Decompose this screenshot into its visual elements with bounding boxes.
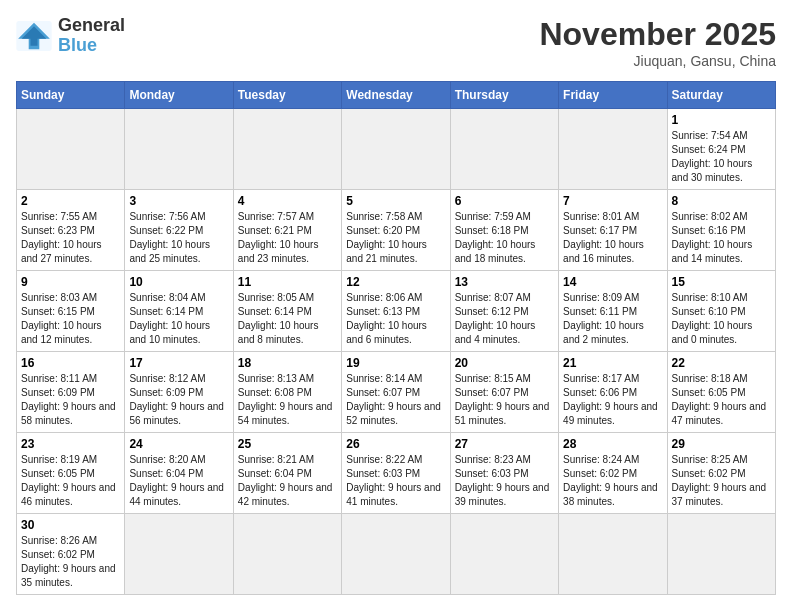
day-info: Sunrise: 7:56 AMSunset: 6:22 PMDaylight:… [129, 210, 228, 266]
calendar-cell: 18Sunrise: 8:13 AMSunset: 6:08 PMDayligh… [233, 352, 341, 433]
col-thursday: Thursday [450, 82, 558, 109]
day-number: 15 [672, 275, 771, 289]
day-number: 26 [346, 437, 445, 451]
calendar-cell: 17Sunrise: 8:12 AMSunset: 6:09 PMDayligh… [125, 352, 233, 433]
col-sunday: Sunday [17, 82, 125, 109]
calendar-cell [450, 109, 558, 190]
header-row: Sunday Monday Tuesday Wednesday Thursday… [17, 82, 776, 109]
col-monday: Monday [125, 82, 233, 109]
calendar-cell [125, 514, 233, 595]
logo-icon [16, 21, 52, 51]
day-number: 4 [238, 194, 337, 208]
day-info: Sunrise: 8:25 AMSunset: 6:02 PMDaylight:… [672, 453, 771, 509]
day-number: 7 [563, 194, 662, 208]
calendar-week-0: 1Sunrise: 7:54 AMSunset: 6:24 PMDaylight… [17, 109, 776, 190]
calendar-week-5: 30Sunrise: 8:26 AMSunset: 6:02 PMDayligh… [17, 514, 776, 595]
day-info: Sunrise: 7:57 AMSunset: 6:21 PMDaylight:… [238, 210, 337, 266]
calendar-cell: 8Sunrise: 8:02 AMSunset: 6:16 PMDaylight… [667, 190, 775, 271]
calendar-cell: 7Sunrise: 8:01 AMSunset: 6:17 PMDaylight… [559, 190, 667, 271]
day-number: 11 [238, 275, 337, 289]
day-info: Sunrise: 8:14 AMSunset: 6:07 PMDaylight:… [346, 372, 445, 428]
day-number: 10 [129, 275, 228, 289]
calendar-cell: 16Sunrise: 8:11 AMSunset: 6:09 PMDayligh… [17, 352, 125, 433]
day-number: 22 [672, 356, 771, 370]
day-number: 30 [21, 518, 120, 532]
calendar-cell: 25Sunrise: 8:21 AMSunset: 6:04 PMDayligh… [233, 433, 341, 514]
day-info: Sunrise: 8:18 AMSunset: 6:05 PMDaylight:… [672, 372, 771, 428]
calendar-cell: 5Sunrise: 7:58 AMSunset: 6:20 PMDaylight… [342, 190, 450, 271]
col-wednesday: Wednesday [342, 82, 450, 109]
logo-text: GeneralBlue [58, 16, 125, 56]
day-info: Sunrise: 7:58 AMSunset: 6:20 PMDaylight:… [346, 210, 445, 266]
calendar-cell: 26Sunrise: 8:22 AMSunset: 6:03 PMDayligh… [342, 433, 450, 514]
day-info: Sunrise: 8:24 AMSunset: 6:02 PMDaylight:… [563, 453, 662, 509]
calendar-cell: 20Sunrise: 8:15 AMSunset: 6:07 PMDayligh… [450, 352, 558, 433]
title-block: November 2025 Jiuquan, Gansu, China [539, 16, 776, 69]
calendar-cell: 10Sunrise: 8:04 AMSunset: 6:14 PMDayligh… [125, 271, 233, 352]
day-info: Sunrise: 8:07 AMSunset: 6:12 PMDaylight:… [455, 291, 554, 347]
calendar-cell: 22Sunrise: 8:18 AMSunset: 6:05 PMDayligh… [667, 352, 775, 433]
day-info: Sunrise: 8:01 AMSunset: 6:17 PMDaylight:… [563, 210, 662, 266]
day-number: 21 [563, 356, 662, 370]
day-info: Sunrise: 8:13 AMSunset: 6:08 PMDaylight:… [238, 372, 337, 428]
calendar-week-2: 9Sunrise: 8:03 AMSunset: 6:15 PMDaylight… [17, 271, 776, 352]
day-number: 3 [129, 194, 228, 208]
col-friday: Friday [559, 82, 667, 109]
calendar-cell: 28Sunrise: 8:24 AMSunset: 6:02 PMDayligh… [559, 433, 667, 514]
calendar-cell: 21Sunrise: 8:17 AMSunset: 6:06 PMDayligh… [559, 352, 667, 433]
calendar-cell: 23Sunrise: 8:19 AMSunset: 6:05 PMDayligh… [17, 433, 125, 514]
calendar-cell: 14Sunrise: 8:09 AMSunset: 6:11 PMDayligh… [559, 271, 667, 352]
day-number: 25 [238, 437, 337, 451]
day-info: Sunrise: 8:12 AMSunset: 6:09 PMDaylight:… [129, 372, 228, 428]
calendar-cell: 6Sunrise: 7:59 AMSunset: 6:18 PMDaylight… [450, 190, 558, 271]
day-info: Sunrise: 8:19 AMSunset: 6:05 PMDaylight:… [21, 453, 120, 509]
day-info: Sunrise: 8:26 AMSunset: 6:02 PMDaylight:… [21, 534, 120, 590]
calendar-cell: 27Sunrise: 8:23 AMSunset: 6:03 PMDayligh… [450, 433, 558, 514]
day-info: Sunrise: 8:15 AMSunset: 6:07 PMDaylight:… [455, 372, 554, 428]
calendar-body: 1Sunrise: 7:54 AMSunset: 6:24 PMDaylight… [17, 109, 776, 595]
calendar-cell [233, 514, 341, 595]
col-saturday: Saturday [667, 82, 775, 109]
day-number: 6 [455, 194, 554, 208]
calendar-header: Sunday Monday Tuesday Wednesday Thursday… [17, 82, 776, 109]
day-info: Sunrise: 8:17 AMSunset: 6:06 PMDaylight:… [563, 372, 662, 428]
day-number: 9 [21, 275, 120, 289]
calendar-week-3: 16Sunrise: 8:11 AMSunset: 6:09 PMDayligh… [17, 352, 776, 433]
day-info: Sunrise: 8:23 AMSunset: 6:03 PMDaylight:… [455, 453, 554, 509]
day-info: Sunrise: 8:21 AMSunset: 6:04 PMDaylight:… [238, 453, 337, 509]
day-info: Sunrise: 7:59 AMSunset: 6:18 PMDaylight:… [455, 210, 554, 266]
calendar-cell [559, 109, 667, 190]
day-number: 13 [455, 275, 554, 289]
day-number: 12 [346, 275, 445, 289]
calendar-table: Sunday Monday Tuesday Wednesday Thursday… [16, 81, 776, 595]
day-info: Sunrise: 8:06 AMSunset: 6:13 PMDaylight:… [346, 291, 445, 347]
day-info: Sunrise: 8:05 AMSunset: 6:14 PMDaylight:… [238, 291, 337, 347]
calendar-cell [342, 514, 450, 595]
day-number: 16 [21, 356, 120, 370]
calendar-cell: 13Sunrise: 8:07 AMSunset: 6:12 PMDayligh… [450, 271, 558, 352]
day-info: Sunrise: 8:03 AMSunset: 6:15 PMDaylight:… [21, 291, 120, 347]
day-number: 23 [21, 437, 120, 451]
day-number: 18 [238, 356, 337, 370]
calendar-cell: 11Sunrise: 8:05 AMSunset: 6:14 PMDayligh… [233, 271, 341, 352]
calendar-cell: 12Sunrise: 8:06 AMSunset: 6:13 PMDayligh… [342, 271, 450, 352]
calendar-cell: 3Sunrise: 7:56 AMSunset: 6:22 PMDaylight… [125, 190, 233, 271]
month-title: November 2025 [539, 16, 776, 53]
calendar-cell [17, 109, 125, 190]
calendar-cell [667, 514, 775, 595]
day-info: Sunrise: 8:22 AMSunset: 6:03 PMDaylight:… [346, 453, 445, 509]
calendar-cell [125, 109, 233, 190]
day-info: Sunrise: 8:11 AMSunset: 6:09 PMDaylight:… [21, 372, 120, 428]
day-number: 28 [563, 437, 662, 451]
location: Jiuquan, Gansu, China [539, 53, 776, 69]
calendar-cell: 24Sunrise: 8:20 AMSunset: 6:04 PMDayligh… [125, 433, 233, 514]
day-number: 5 [346, 194, 445, 208]
calendar-cell [342, 109, 450, 190]
day-info: Sunrise: 7:54 AMSunset: 6:24 PMDaylight:… [672, 129, 771, 185]
calendar-cell [559, 514, 667, 595]
calendar-week-1: 2Sunrise: 7:55 AMSunset: 6:23 PMDaylight… [17, 190, 776, 271]
day-number: 8 [672, 194, 771, 208]
logo: GeneralBlue [16, 16, 125, 56]
day-number: 14 [563, 275, 662, 289]
calendar-cell: 30Sunrise: 8:26 AMSunset: 6:02 PMDayligh… [17, 514, 125, 595]
